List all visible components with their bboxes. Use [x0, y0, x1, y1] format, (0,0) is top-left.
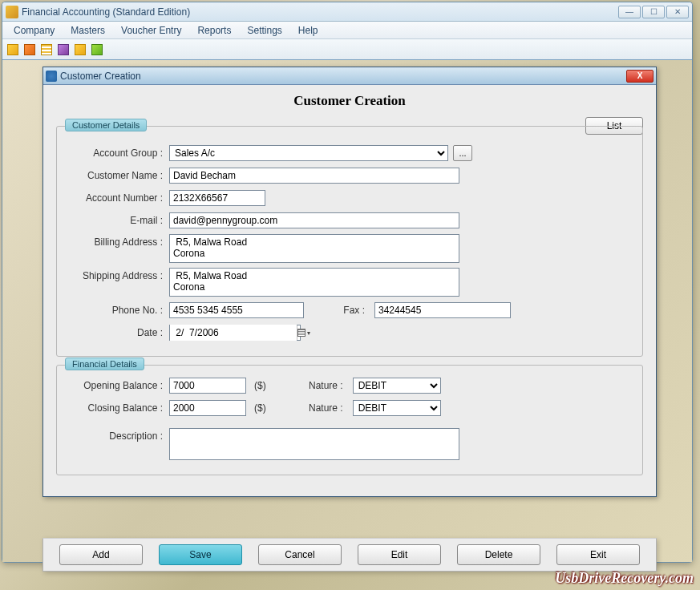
toolbar-btn-4[interactable] — [56, 42, 71, 57]
description-input[interactable] — [169, 428, 459, 460]
customer-creation-dialog: Customer Creation X Customer Creation Li… — [42, 67, 657, 497]
closing-currency-label: ($) — [254, 402, 266, 414]
account-group-label: Account Group : — [70, 148, 169, 159]
dialog-heading: Customer Creation — [56, 93, 643, 109]
content-area: Customer Creation X Customer Creation Li… — [2, 60, 692, 562]
closing-nature-select[interactable]: DEBIT — [353, 400, 441, 416]
dialog-titlebar: Customer Creation X — [43, 67, 656, 85]
date-picker[interactable]: ▾ — [169, 325, 301, 341]
phone-label: Phone No. : — [70, 305, 169, 316]
description-label: Description : — [70, 428, 169, 442]
chevron-down-icon: ▾ — [307, 329, 310, 337]
shipping-address-label: Shipping Address : — [70, 268, 169, 281]
fax-label: Fax : — [325, 305, 365, 316]
closing-balance-input[interactable] — [169, 400, 246, 416]
action-button-bar: Add Save Cancel Edit Delete Exit — [42, 538, 657, 572]
dialog-icon — [46, 71, 57, 82]
date-dropdown-button[interactable]: ▾ — [297, 325, 310, 340]
menu-company[interactable]: Company — [6, 23, 63, 38]
app-titlebar: Financial Accounting (Standard Edition) … — [2, 2, 692, 22]
exit-button[interactable]: Exit — [556, 544, 640, 565]
toolbar-btn-3[interactable] — [39, 42, 54, 57]
app-window: Financial Accounting (Standard Edition) … — [2, 2, 693, 563]
grid-icon — [41, 44, 52, 55]
fax-input[interactable] — [374, 302, 511, 318]
menu-voucher-entry[interactable]: Voucher Entry — [113, 23, 189, 38]
closing-nature-label: Nature : — [303, 402, 343, 414]
menu-settings[interactable]: Settings — [239, 23, 289, 38]
close-button[interactable]: ✕ — [666, 6, 689, 18]
opening-nature-select[interactable]: DEBIT — [353, 378, 441, 394]
opening-balance-label: Opening Balance : — [70, 380, 169, 391]
account-number-input[interactable] — [169, 190, 265, 206]
account-number-label: Account Number : — [70, 192, 169, 204]
closing-balance-label: Closing Balance : — [70, 402, 169, 414]
menu-reports[interactable]: Reports — [189, 23, 239, 38]
dialog-title: Customer Creation — [60, 71, 626, 82]
opening-nature-label: Nature : — [303, 380, 343, 391]
edit-icon — [24, 44, 35, 55]
edit-button[interactable]: Edit — [358, 544, 441, 565]
date-input[interactable] — [170, 325, 297, 341]
date-label: Date : — [70, 327, 169, 338]
app-title: Financial Accounting (Standard Edition) — [22, 6, 618, 18]
save-button[interactable]: Save — [159, 544, 242, 565]
tag-icon — [75, 44, 86, 55]
toolbar — [2, 39, 692, 60]
shipping-address-input[interactable] — [169, 268, 459, 297]
dialog-close-button[interactable]: X — [626, 70, 653, 83]
phone-input[interactable] — [169, 302, 304, 318]
dialog-body: Customer Creation List Customer Details … — [43, 85, 656, 496]
opening-currency-label: ($) — [254, 380, 266, 391]
financial-details-fieldset: Financial Details Opening Balance : ($) … — [56, 365, 643, 475]
account-group-select[interactable]: Sales A/c — [169, 145, 448, 161]
email-input[interactable] — [169, 212, 459, 228]
cancel-button[interactable]: Cancel — [258, 544, 342, 565]
customer-name-label: Customer Name : — [70, 170, 169, 181]
watermark: UsbDriveRecovery.com — [555, 570, 694, 587]
customer-details-legend: Customer Details — [65, 119, 147, 131]
account-group-browse-button[interactable]: ... — [453, 145, 472, 161]
window-controls: — ☐ ✕ — [618, 6, 689, 18]
customer-name-input[interactable] — [169, 168, 459, 184]
menu-masters[interactable]: Masters — [63, 23, 113, 38]
billing-address-label: Billing Address : — [70, 234, 169, 248]
financial-details-legend: Financial Details — [65, 358, 144, 370]
add-button[interactable]: Add — [59, 544, 143, 565]
app-icon — [6, 6, 18, 18]
toolbar-btn-1[interactable] — [6, 42, 20, 57]
chart-icon — [58, 44, 69, 55]
maximize-button[interactable]: ☐ — [642, 6, 665, 18]
customer-details-fieldset: Customer Details Account Group : Sales A… — [56, 126, 643, 357]
folder-icon — [7, 44, 18, 55]
toolbar-btn-6[interactable] — [90, 42, 104, 57]
billing-address-input[interactable] — [169, 234, 459, 263]
minimize-button[interactable]: — — [618, 6, 641, 18]
toolbar-btn-2[interactable] — [22, 42, 37, 57]
toolbar-btn-5[interactable] — [73, 42, 87, 57]
calendar-icon — [297, 329, 305, 337]
delete-button[interactable]: Delete — [457, 544, 540, 565]
email-label: E-mail : — [70, 215, 169, 226]
sheet-icon — [91, 44, 103, 55]
menubar: Company Masters Voucher Entry Reports Se… — [2, 22, 692, 39]
menu-help[interactable]: Help — [290, 23, 326, 38]
opening-balance-input[interactable] — [169, 378, 246, 394]
